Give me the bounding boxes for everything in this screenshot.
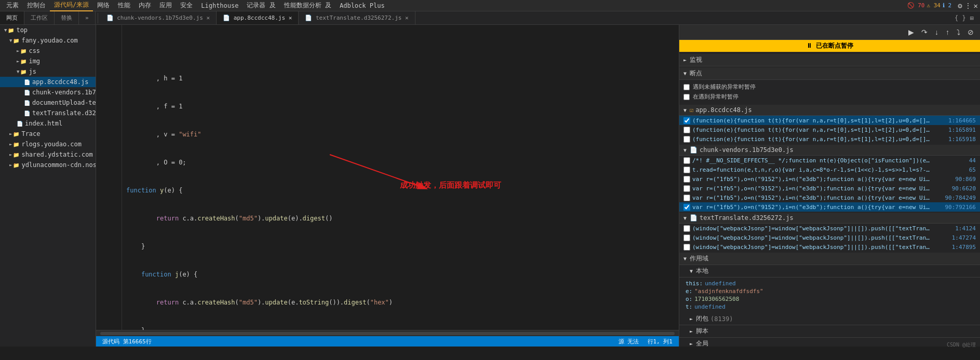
- tree-item-text-translate[interactable]: 📄 textTranslate.d3256272.js: [0, 108, 96, 118]
- settings-icon[interactable]: ⚙: [958, 2, 962, 10]
- tab-overrides[interactable]: 替换: [55, 11, 79, 24]
- tree-arrow-fany: ▼: [9, 38, 12, 43]
- local-o: o: 1710306562508: [686, 295, 974, 303]
- menu-performance[interactable]: 性能: [114, 0, 135, 11]
- scope-section-header[interactable]: ▼ 作用域: [679, 253, 980, 265]
- status-position: 行1, 列1: [648, 338, 673, 345]
- chunk-frame-1[interactable]: /*! #__NO_SIDE_EFFECTS__ */;function nt(…: [679, 156, 980, 165]
- tt-frame3-cb[interactable]: [683, 244, 690, 251]
- script-label: 脚本: [696, 327, 708, 336]
- step-into-button[interactable]: ↓: [933, 27, 941, 37]
- code-content[interactable]: , h = 1 , f = 1 , v = "wifi" , O = 0; fu…: [122, 25, 679, 330]
- chunk-frame1-cb[interactable]: [683, 157, 690, 164]
- tree-item-rlogs[interactable]: ► 📁 rlogs.youdao.com: [0, 139, 96, 149]
- horizontal-scrollbar[interactable]: [96, 330, 679, 336]
- menu-application[interactable]: 应用: [155, 0, 176, 11]
- scope-arrow-icon: ▼: [683, 256, 687, 261]
- tree-item-doc-upload[interactable]: 📄 documentUpload-textTrans: [0, 98, 96, 108]
- tt-frame-3[interactable]: (window["webpackJsonp"]=window["webpackJ…: [679, 242, 980, 252]
- tt-frame1-code: (window["webpackJsonp"]=window["webpackJ…: [692, 225, 931, 232]
- tt-frame2-cb[interactable]: [683, 234, 690, 241]
- tree-item-img[interactable]: ► 📁 img: [0, 56, 96, 66]
- tab-more[interactable]: »: [79, 11, 96, 24]
- callstack-frame-1[interactable]: (function(e){function t(t){for(var n,a,r…: [679, 116, 980, 125]
- uncaught-exceptions-checkbox[interactable]: [683, 84, 690, 90]
- tree-item-js[interactable]: ▼ 📁 js: [0, 66, 96, 77]
- folder-icon-shared: 📁: [13, 152, 19, 158]
- line-numbers: [96, 25, 122, 330]
- tree-item-app-js[interactable]: 📄 app.8ccdcc48.js: [0, 77, 96, 87]
- script-scope-header[interactable]: ► 脚本: [679, 325, 980, 338]
- step-out-button[interactable]: ↑: [944, 27, 951, 37]
- code-line-blank: [126, 46, 675, 55]
- tree-item-trace[interactable]: ► 📁 Trace: [0, 129, 96, 139]
- caught-exceptions-checkbox[interactable]: [683, 94, 690, 100]
- menu-memory[interactable]: 内存: [135, 0, 155, 11]
- chunk-frame2-cb[interactable]: [683, 167, 690, 173]
- local-label: 本地: [696, 267, 708, 275]
- chunk-frame4-cb[interactable]: [683, 185, 690, 192]
- chunk-frame-4[interactable]: var r=("1fb5"),o=n("9152"),i=n("e3db");f…: [679, 184, 980, 193]
- frame2-code: (function(e){function t(t){for(var n,a,r…: [692, 127, 931, 133]
- tab-workspace[interactable]: 工作区: [24, 11, 55, 24]
- file-icon-chunk-vendors: 📄: [24, 90, 30, 95]
- frame3-checkbox[interactable]: [683, 136, 690, 143]
- step-over-button[interactable]: ↷: [919, 27, 930, 37]
- close-devtools-icon[interactable]: ✕: [974, 2, 978, 10]
- step-button[interactable]: ⤵: [955, 27, 962, 37]
- tree-arrow-ydluna: ►: [9, 162, 12, 168]
- chunk-frame6-code: var r=("1fb5"),o=n("9152"),i=n("e3db");f…: [692, 204, 931, 211]
- tree-item-index-html[interactable]: 📄 index.html: [0, 118, 96, 129]
- closure-scope-header[interactable]: ► 闭包 (8139): [679, 313, 980, 325]
- chunk-frame5-cb[interactable]: [683, 195, 690, 201]
- tab-webpage[interactable]: 网页: [0, 11, 24, 24]
- pretty-print-icon[interactable]: ⊞: [968, 13, 976, 23]
- menu-console[interactable]: 控制台: [23, 0, 50, 11]
- callstack-file1-header[interactable]: ▼ ☑ app.8ccdcc48.js: [679, 105, 980, 116]
- tt-frame-1[interactable]: (window["webpackJsonp"]=window["webpackJ…: [679, 224, 980, 233]
- callstack-frame-2[interactable]: (function(e){function t(t){for(var n,a,r…: [679, 125, 980, 134]
- breakpoints-section-header[interactable]: ▼ 断点: [679, 67, 980, 80]
- format-icon[interactable]: { }: [952, 13, 968, 23]
- more-icon[interactable]: ⋮: [964, 2, 972, 10]
- tree-item-fany[interactable]: ▼ 📁 fany.youdao.com: [0, 35, 96, 46]
- resume-button[interactable]: ▶: [906, 27, 916, 37]
- callstack-frame-3[interactable]: (function(e){function t(t){for(var n,a,r…: [679, 134, 980, 144]
- tree-item-css[interactable]: ► 📁 css: [0, 46, 96, 56]
- tree-item-ydluna[interactable]: ► 📁 ydlunacommon-cdn.nosdn.127.n: [0, 160, 96, 170]
- chunk-frame-5[interactable]: var r=("1fb5"),o=n("9152"),i=n("e3db");f…: [679, 193, 980, 202]
- menu-security[interactable]: 安全: [176, 0, 197, 11]
- deactivate-button[interactable]: ⊘: [965, 27, 976, 37]
- chunk-frame-6[interactable]: var r=("1fb5"),o=n("9152"),i=n("e3db");f…: [679, 202, 980, 212]
- menu-perf-analysis[interactable]: 性能数据分析 及: [280, 0, 335, 11]
- menu-elements[interactable]: 元素: [2, 0, 23, 11]
- menu-recorder[interactable]: 记录器 及: [243, 0, 279, 11]
- tree-item-shared[interactable]: ► 📁 shared.ydstatic.com: [0, 149, 96, 160]
- watch-section-header[interactable]: ► 监视: [679, 54, 980, 66]
- tab-chunk-vendors[interactable]: 📄 chunk-vendors.1b75d3e0.js ✕: [100, 11, 217, 24]
- global-scope-header[interactable]: ► 全局: [679, 338, 980, 347]
- chunk-frame-3[interactable]: var r=("1fb5"),o=n("9152"),i=n("e3db");f…: [679, 174, 980, 184]
- chunk-vendors-header[interactable]: ▼ 📄 chunk-vendors.1b75d3e0.js: [679, 145, 980, 156]
- chunk-frame6-cb[interactable]: [683, 204, 690, 211]
- chunk-frame-2[interactable]: t.read=function(e,t,n,r,o){var i,a,c=8*o…: [679, 165, 980, 174]
- tree-item-chunk-vendors[interactable]: 📄 chunk-vendors.1b75d3e0.js: [0, 87, 96, 98]
- tab-text-translate[interactable]: 📄 textTranslate.d3256272.js ✕: [299, 11, 415, 24]
- tree-label-shared: shared.ydstatic.com: [21, 151, 92, 158]
- menu-adblock[interactable]: Adblock Plus: [335, 1, 389, 10]
- tt-frame1-cb[interactable]: [683, 225, 690, 232]
- frame2-checkbox[interactable]: [683, 127, 690, 133]
- menu-lighthouse[interactable]: Lighthouse: [197, 1, 243, 10]
- tree-item-top[interactable]: ▼ 📁 top: [0, 25, 96, 35]
- separator: [98, 13, 98, 23]
- tree-label-fany: fany.youdao.com: [21, 37, 77, 44]
- tab-app-js[interactable]: 📄 app.8ccdcc48.js ✕: [217, 11, 299, 24]
- menu-network[interactable]: 网络: [93, 0, 114, 11]
- frame1-checkbox[interactable]: [683, 117, 690, 124]
- text-translate-header[interactable]: ▼ 📄 textTranslate.d3256272.js: [679, 213, 980, 224]
- scrollbar-thumb[interactable]: [100, 332, 675, 335]
- local-scope-header[interactable]: ▼ 本地: [679, 265, 980, 278]
- menu-sources[interactable]: 源代码/来源: [50, 0, 93, 11]
- tt-frame-2[interactable]: (window["webpackJsonp"]=window["webpackJ…: [679, 233, 980, 242]
- chunk-frame3-cb[interactable]: [683, 176, 690, 183]
